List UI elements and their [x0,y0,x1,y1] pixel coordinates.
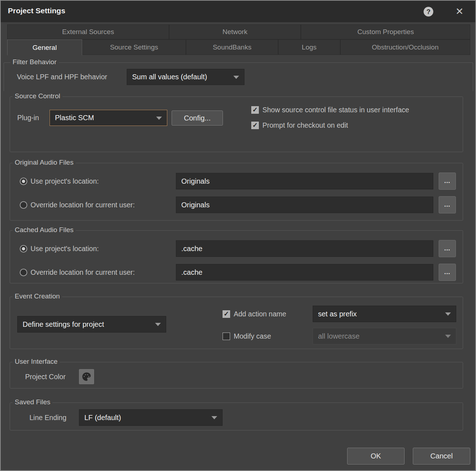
chevron-down-icon [445,312,451,316]
cached-override-location-browse-button[interactable]: ... [439,264,456,281]
original-override-location-input[interactable]: Originals [176,197,433,213]
tab-row-lower: General Source Settings SoundBanks Logs … [7,39,470,55]
chevron-down-icon [445,335,451,338]
project-settings-dialog: Project Settings ? ✕ External Sources Ne… [0,0,476,471]
radio-icon [20,269,27,276]
modify-case-label: Modify case [234,332,271,340]
plugin-label: Plug-in [17,110,39,126]
group-user-interface: User Interface Project Color [10,362,463,388]
chevron-down-icon [233,76,239,79]
modify-case-dropdown: all lowercase [313,328,456,344]
checkbox-icon [251,122,259,129]
group-label-original-audio-files: Original Audio Files [13,159,76,166]
group-label-event-creation: Event Creation [13,292,62,300]
radio-icon [20,178,27,185]
action-name-position-dropdown[interactable]: set as prefix [313,306,456,322]
tab-row-upper: External Sources Network Custom Properti… [7,24,470,39]
group-saved-files: Saved Files Line Ending LF (default) [10,402,463,430]
override-location-radio[interactable]: Override location for current user: [20,197,135,213]
prompt-checkout-label: Prompt for checkout on edit [262,121,348,129]
cancel-button[interactable]: Cancel [413,448,470,465]
override-location-label: Override location for current user: [31,201,135,209]
help-icon[interactable]: ? [424,7,433,17]
checkbox-icon [223,333,230,340]
chevron-down-icon [155,323,161,326]
chevron-down-icon [156,117,162,120]
prompt-checkout-checkbox[interactable]: Prompt for checkout on edit [251,117,348,133]
close-icon[interactable]: ✕ [454,6,465,17]
add-action-name-label: Add action name [234,310,286,318]
chevron-down-icon [211,416,217,419]
original-project-location-browse-button[interactable]: ... [439,173,456,190]
radio-icon [20,245,27,253]
cached-override-location-radio[interactable]: Override location for current user: [20,264,135,281]
group-label-source-control: Source Control [13,92,62,100]
original-override-location-browse-button[interactable]: ... [439,196,456,213]
dialog-title: Project Settings [8,6,65,15]
tab-logs[interactable]: Logs [278,39,340,55]
project-color-label: Project Color [25,369,66,384]
group-filter-behavior: Filter Behavior Voice LPF and HPF behavi… [4,62,473,91]
tab-soundbanks[interactable]: SoundBanks [186,39,278,55]
line-ending-label: Line Ending [29,409,66,426]
show-source-control-status-label: Show source control file status in user … [262,106,409,114]
cached-use-project-location-label: Use project's location: [31,245,99,253]
titlebar: Project Settings ? ✕ [1,1,475,22]
original-project-location-input[interactable]: Originals [176,173,433,189]
tab-external-sources[interactable]: External Sources [7,24,169,39]
group-label-filter-behavior: Filter Behavior [10,58,59,66]
use-project-location-radio[interactable]: Use project's location: [20,173,99,189]
group-label-user-interface: User Interface [13,358,60,366]
event-settings-scope-dropdown[interactable]: Define settings for project [17,316,166,333]
voice-lpf-hpf-dropdown[interactable]: Sum all values (default) [127,69,244,85]
tab-source-settings[interactable]: Source Settings [82,39,186,55]
line-ending-dropdown[interactable]: LF (default) [79,409,223,426]
cached-project-location-browse-button[interactable]: ... [439,240,456,257]
tab-network[interactable]: Network [169,24,301,39]
project-color-button[interactable] [79,369,94,384]
group-label-cached-audio-files: Cached Audio Files [13,226,76,234]
voice-lpf-hpf-label: Voice LPF and HPF behavior [17,69,107,85]
checkbox-icon [223,310,230,318]
palette-icon [81,372,92,382]
group-label-saved-files: Saved Files [13,398,52,406]
show-source-control-status-checkbox[interactable]: Show source control file status in user … [251,102,409,118]
group-source-control: Source Control Plug-in Plastic SCM Confi… [10,96,463,152]
group-cached-audio-files: Cached Audio Files Use project's locatio… [10,230,463,283]
cached-project-location-input[interactable]: .cache [176,240,433,257]
config-button[interactable]: Config... [172,110,223,126]
group-event-creation: Event Creation Define settings for proje… [10,297,463,349]
cached-override-location-input[interactable]: .cache [176,264,433,281]
add-action-name-checkbox[interactable]: Add action name [223,306,286,322]
modify-case-checkbox[interactable]: Modify case [223,328,271,344]
cached-override-location-label: Override location for current user: [31,268,135,277]
group-original-audio-files: Original Audio Files Use project's locat… [10,163,463,221]
ok-button[interactable]: OK [347,448,405,465]
radio-icon [20,201,27,209]
checkbox-icon [251,106,259,114]
plugin-dropdown[interactable]: Plastic SCM [50,110,167,126]
tab-obstruction-occlusion[interactable]: Obstruction/Occlusion [340,39,470,55]
cached-use-project-location-radio[interactable]: Use project's location: [20,240,99,257]
tab-general[interactable]: General [7,39,82,55]
use-project-location-label: Use project's location: [31,177,99,185]
tab-custom-properties[interactable]: Custom Properties [301,24,470,39]
